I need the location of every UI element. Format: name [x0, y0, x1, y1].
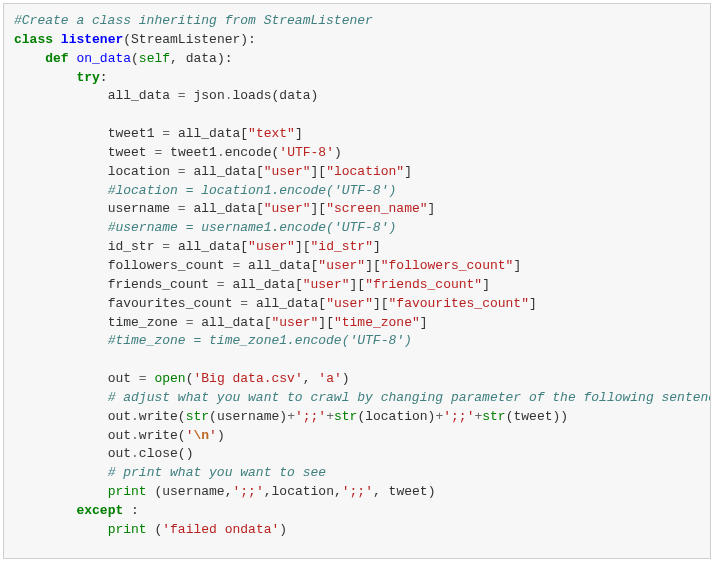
keyword-class: class [14, 32, 53, 47]
code-block: #Create a class inheriting from StreamLi… [3, 3, 711, 559]
comment: # print what you want to see [108, 465, 326, 480]
comment: # adjust what you want to crawl by chang… [108, 390, 711, 405]
comment: #Create a class inheriting from StreamLi… [14, 13, 373, 28]
comment: #location = location1.encode('UTF-8') [108, 183, 397, 198]
method-on-data: on_data [76, 51, 131, 66]
comment: #time_zone = time_zone1.encode('UTF-8') [108, 333, 412, 348]
comment: #username = username1.encode('UTF-8') [108, 220, 397, 235]
class-name: listener [61, 32, 123, 47]
